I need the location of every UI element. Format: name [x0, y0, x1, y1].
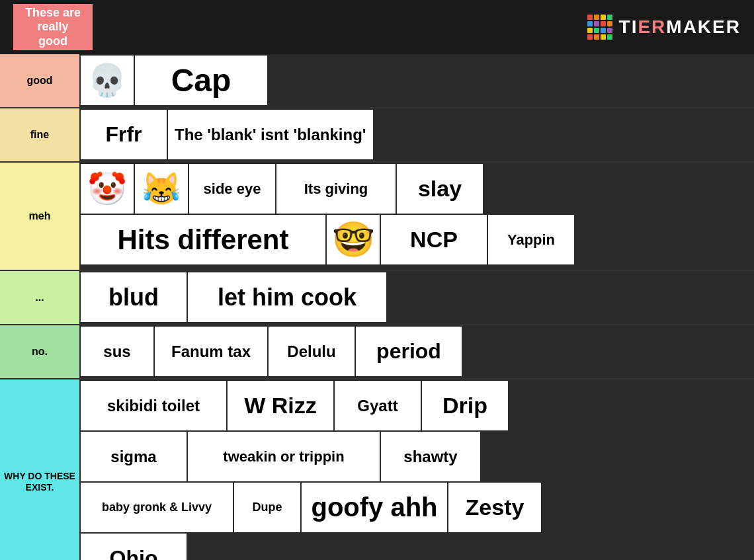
list-item: slay: [397, 164, 483, 214]
tier-label-good: good: [0, 54, 79, 107]
list-item: Frfr: [81, 110, 167, 159]
list-item: 🤡: [81, 164, 134, 214]
meh-row-1: 🤡 😹 side eye Its giving slay: [81, 164, 753, 214]
logo-cell: [607, 28, 612, 33]
logo-cell: [587, 34, 593, 40]
list-item: side eye: [189, 164, 275, 214]
logo-cell: [601, 34, 606, 40]
tier-content-dots: blud let him cook: [79, 271, 754, 324]
logo-cell: [607, 15, 612, 20]
meh-row-2: Hits different 🤓 NCP Yappin: [81, 215, 753, 264]
tier-row-good: good 💀 Cap: [0, 54, 754, 108]
list-item: Its giving: [276, 164, 396, 214]
logo-text: Tiermaker: [619, 17, 741, 38]
logo-cell: [587, 28, 593, 33]
logo-cell: [601, 28, 606, 33]
list-item: Cap: [135, 56, 267, 105]
list-item: sus: [81, 327, 153, 376]
logo-cell: [601, 15, 606, 20]
tier-content-meh: 🤡 😹 side eye Its giving slay Hits differ…: [79, 163, 754, 270]
list-item: 🤓: [327, 215, 380, 264]
tier-row-why: WHY DO THESE EXIST. skibidi toilet W Riz…: [0, 380, 754, 560]
list-item: baby gronk & Livvy: [81, 483, 233, 532]
list-item: blud: [81, 272, 187, 322]
logo-cell: [594, 28, 599, 33]
logo-cell: [587, 15, 593, 20]
list-item: Zesty: [448, 483, 541, 532]
why-row-3: baby gronk & Livvy Dupe goofy ahh Zesty: [81, 483, 753, 532]
header: These are really good: [0, 0, 754, 54]
list-item: 💀: [81, 56, 134, 105]
list-item: Ohio: [81, 534, 187, 560]
logo-cell: [607, 34, 612, 40]
list-item: The 'blank' isnt 'blanking': [168, 110, 373, 159]
tier-row-fine: fine Frfr The 'blank' isnt 'blanking': [0, 108, 754, 163]
list-item: tweakin or trippin: [188, 432, 380, 481]
why-row-4: Ohio: [81, 534, 753, 560]
tier-label-meh: meh: [0, 163, 79, 270]
list-item: Hits different: [81, 215, 325, 264]
list-item: Dupe: [234, 483, 300, 532]
tier-label-no: no.: [0, 325, 79, 378]
list-item: shawty: [381, 432, 480, 481]
list-item: period: [356, 327, 462, 376]
logo-cell: [594, 34, 599, 40]
logo-cell: [601, 21, 606, 26]
logo-grid: [587, 15, 612, 40]
list-item: 😹: [135, 164, 188, 214]
tier-content-good: 💀 Cap: [79, 54, 754, 107]
tier-content-why: skibidi toilet W Rizz Gyatt Drip sigma t…: [79, 380, 754, 560]
list-item: W Rizz: [228, 381, 333, 430]
list-item: Yappin: [488, 215, 574, 264]
logo: Tiermaker: [587, 15, 741, 40]
list-item: Drip: [422, 381, 508, 430]
why-row-2: sigma tweakin or trippin shawty: [81, 432, 753, 481]
logo-cell: [594, 15, 599, 20]
list-item: sigma: [81, 432, 187, 481]
list-item: goofy ahh: [302, 483, 447, 532]
tier-row-dots: ... blud let him cook: [0, 271, 754, 325]
tier-row-no: no. sus Fanum tax Delulu period: [0, 325, 754, 380]
tier-label-dots: ...: [0, 271, 79, 324]
list-item: Fanum tax: [155, 327, 267, 376]
logo-cell: [587, 21, 593, 26]
tier-content-fine: Frfr The 'blank' isnt 'blanking': [79, 108, 754, 161]
tier-label-fine: fine: [0, 108, 79, 161]
header-label: These are really good: [13, 4, 93, 50]
list-item: skibidi toilet: [81, 381, 226, 430]
tier-label-why: WHY DO THESE EXIST.: [0, 380, 79, 560]
why-row-1: skibidi toilet W Rizz Gyatt Drip: [81, 381, 753, 430]
tier-row-meh: meh 🤡 😹 side eye Its giving slay Hits di…: [0, 163, 754, 271]
list-item: let him cook: [188, 272, 386, 322]
logo-cell: [607, 21, 612, 26]
tier-content-no: sus Fanum tax Delulu period: [79, 325, 754, 378]
list-item: NCP: [381, 215, 487, 264]
tier-list: These are really good: [0, 0, 754, 560]
list-item: Delulu: [269, 327, 355, 376]
list-item: Gyatt: [335, 381, 421, 430]
logo-cell: [594, 21, 599, 26]
